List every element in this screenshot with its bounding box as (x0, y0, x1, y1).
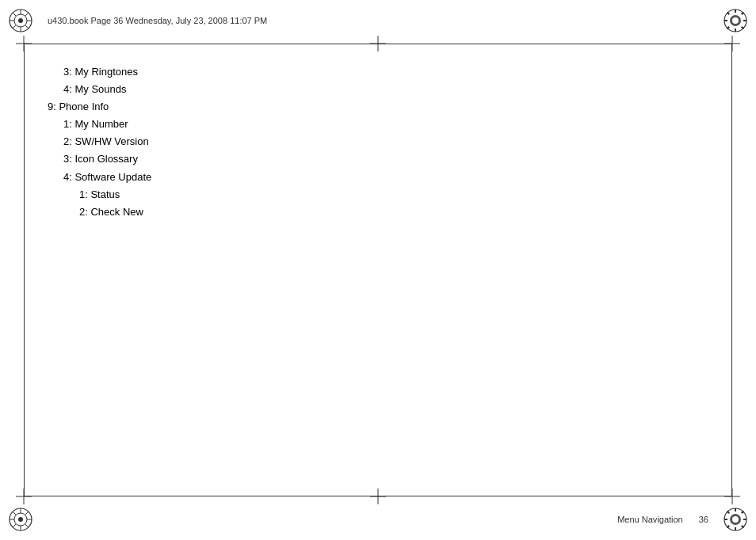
header-bar: u430.book Page 36 Wednesday, July 23, 20… (0, 0, 756, 41)
crosshair-bottom-right (724, 489, 740, 504)
corner-icon-bottom-right (721, 505, 750, 534)
svg-line-42 (742, 511, 744, 514)
svg-point-35 (732, 516, 739, 523)
svg-line-40 (727, 511, 730, 514)
footer-label: Menu Navigation (617, 515, 683, 524)
list-item: 9: Phone Info (48, 98, 708, 116)
svg-line-30 (25, 524, 29, 527)
list-item: 1: Status (48, 186, 708, 203)
svg-line-41 (742, 526, 744, 528)
list-item: 4: Software Update (48, 169, 708, 186)
list-item: 3: Icon Glossary (48, 150, 708, 168)
menu-list: 3: My Ringtones 4: My Sounds 9: Phone In… (48, 63, 708, 221)
list-item: 3: My Ringtones (48, 63, 708, 81)
header-text: u430.book Page 36 Wednesday, July 23, 20… (48, 16, 267, 25)
list-item: 2: SW/HW Version (48, 133, 708, 150)
svg-line-31 (25, 511, 29, 515)
list-item: 1: My Number (48, 116, 708, 133)
border-right (731, 44, 732, 496)
list-item: 4: My Sounds (48, 81, 708, 98)
svg-line-32 (13, 524, 16, 527)
corner-icon-bottom-left (6, 505, 35, 534)
main-content: 3: My Ringtones 4: My Sounds 9: Phone In… (48, 63, 708, 221)
crosshair-bottom-left (16, 489, 32, 504)
border-left (24, 44, 25, 496)
svg-point-24 (18, 517, 23, 522)
footer-page-number: 36 (699, 515, 708, 524)
crosshair-bottom-mid (370, 489, 386, 504)
footer: Menu Navigation 36 (617, 515, 708, 524)
svg-line-29 (13, 511, 16, 515)
list-item: 2: Check New (48, 203, 708, 221)
svg-line-43 (727, 526, 730, 528)
